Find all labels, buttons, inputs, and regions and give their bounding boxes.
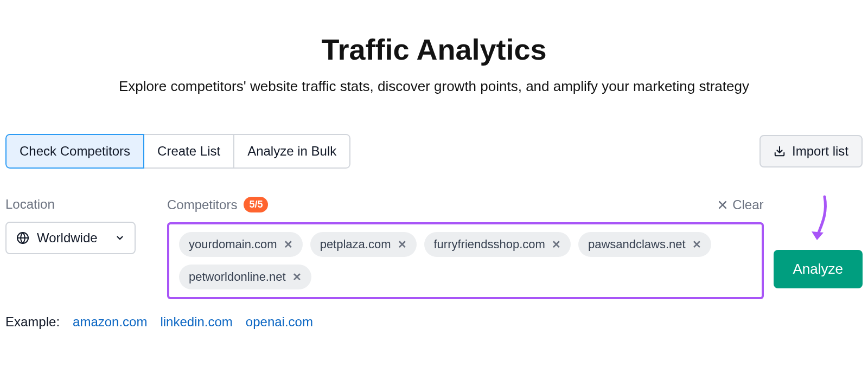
example-link[interactable]: amazon.com	[73, 314, 147, 330]
analyze-button[interactable]: Analyze	[774, 250, 863, 288]
location-value: Worldwide	[37, 230, 98, 246]
tab-check-competitors[interactable]: Check Competitors	[5, 134, 144, 169]
chip-remove-icon[interactable]: ✕	[692, 238, 701, 251]
chip-remove-icon[interactable]: ✕	[292, 270, 302, 283]
tab-analyze-bulk[interactable]: Analyze in Bulk	[233, 134, 350, 169]
competitor-chip: pawsandclaws.net ✕	[578, 232, 711, 257]
form-row: Location Worldwide Competitors 5/5	[5, 197, 863, 299]
location-label: Location	[5, 197, 157, 212]
tab-create-list[interactable]: Create List	[143, 134, 234, 169]
toolbar-row: Check Competitors Create List Analyze in…	[5, 134, 863, 169]
clear-label: Clear	[732, 197, 763, 212]
chip-label: furryfriendsshop.com	[434, 237, 545, 252]
example-label: Example:	[5, 314, 60, 330]
chip-label: pawsandclaws.net	[588, 237, 686, 252]
close-icon	[717, 199, 728, 210]
chip-label: petplaza.com	[320, 237, 391, 252]
chip-remove-icon[interactable]: ✕	[398, 238, 407, 251]
competitor-chip: yourdomain.com ✕	[179, 232, 303, 257]
competitor-chip: furryfriendsshop.com ✕	[424, 232, 571, 257]
example-link[interactable]: openai.com	[246, 314, 313, 330]
page-title: Traffic Analytics	[5, 33, 863, 66]
competitors-input[interactable]: yourdomain.com ✕ petplaza.com ✕ furryfri…	[167, 222, 764, 299]
arrow-annotation-icon	[805, 194, 831, 248]
location-column: Location Worldwide	[5, 197, 157, 254]
chip-remove-icon[interactable]: ✕	[552, 238, 561, 251]
chip-label: yourdomain.com	[189, 237, 277, 252]
chip-remove-icon[interactable]: ✕	[284, 238, 293, 251]
import-list-label: Import list	[792, 144, 848, 159]
competitors-header: Competitors 5/5 Clear	[167, 197, 764, 212]
page-subtitle: Explore competitors' website traffic sta…	[5, 78, 863, 95]
competitors-column: Competitors 5/5 Clear yourdomain.com ✕ p…	[167, 197, 764, 299]
clear-button[interactable]: Clear	[717, 197, 763, 212]
location-select[interactable]: Worldwide	[5, 222, 136, 254]
import-list-button[interactable]: Import list	[760, 135, 863, 167]
chevron-down-icon	[115, 233, 125, 243]
competitors-label-group: Competitors 5/5	[167, 197, 268, 212]
tab-group: Check Competitors Create List Analyze in…	[5, 134, 350, 169]
example-row: Example: amazon.com linkedin.com openai.…	[5, 314, 863, 330]
download-icon	[774, 145, 786, 157]
chip-label: petworldonline.net	[189, 270, 286, 284]
analyze-column: Analyze	[774, 197, 863, 288]
competitors-count-badge: 5/5	[244, 197, 268, 212]
competitor-chip: petplaza.com ✕	[310, 232, 417, 257]
competitors-label: Competitors	[167, 197, 237, 212]
globe-icon	[16, 231, 29, 244]
example-link[interactable]: linkedin.com	[160, 314, 232, 330]
competitor-chip: petworldonline.net ✕	[179, 265, 311, 289]
